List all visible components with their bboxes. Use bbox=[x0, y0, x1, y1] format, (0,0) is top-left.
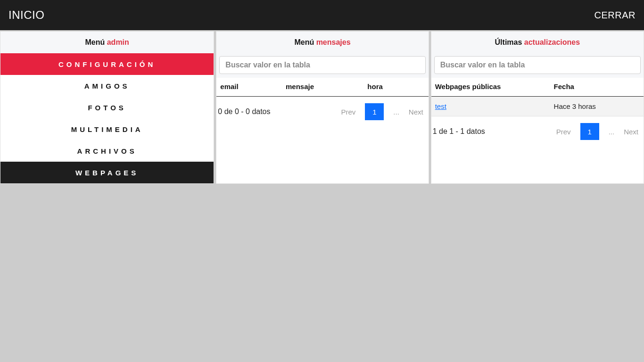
updates-search-wrap bbox=[431, 53, 644, 78]
updates-col-webpages[interactable]: Webpages públicas bbox=[435, 82, 554, 90]
updates-title-prefix: Últimas bbox=[495, 38, 524, 46]
updates-pager-ellipsis: ... bbox=[609, 128, 615, 136]
content: Menú admin CONFIGURACIÓN AMIGOS FOTOS MU… bbox=[0, 30, 644, 184]
messages-pager-prev[interactable]: Prev bbox=[341, 108, 355, 116]
menu-configuracion[interactable]: CONFIGURACIÓN bbox=[0, 53, 214, 75]
updates-pager-next[interactable]: Next bbox=[624, 128, 638, 136]
messages-table-head: email mensaje hora bbox=[216, 78, 428, 97]
updates-table-head: Webpages públicas Fecha bbox=[431, 78, 644, 97]
updates-col-fecha[interactable]: Fecha bbox=[554, 82, 640, 90]
updates-title: Últimas actualizaciones bbox=[431, 32, 644, 53]
messages-title-accent: mensajes bbox=[316, 38, 351, 46]
menu-archivos[interactable]: ARCHIVOS bbox=[0, 140, 214, 162]
messages-title: Menú mensajes bbox=[216, 32, 428, 53]
updates-title-accent: actualizaciones bbox=[524, 38, 580, 46]
menu-webpages[interactable]: WEBPAGES bbox=[0, 162, 214, 183]
updates-footer: 1 de 1 - 1 datos Prev 1 ... Next bbox=[431, 116, 644, 147]
updates-row-fecha: Hace 3 horas bbox=[554, 102, 640, 110]
messages-col-mensaje[interactable]: mensaje bbox=[286, 82, 367, 90]
messages-pager: Prev 1 ... Next bbox=[341, 103, 427, 120]
sidebar-title: Menú admin bbox=[0, 32, 214, 53]
menu-multimedia[interactable]: MULTIMEDIA bbox=[0, 118, 214, 140]
updates-row-link[interactable]: test bbox=[435, 102, 446, 110]
messages-title-prefix: Menú bbox=[294, 38, 316, 46]
updates-panel: Últimas actualizaciones Webpages pública… bbox=[431, 31, 644, 184]
sidebar-title-prefix: Menú bbox=[85, 38, 107, 46]
messages-pager-next[interactable]: Next bbox=[409, 108, 423, 116]
messages-pager-ellipsis: ... bbox=[393, 108, 399, 116]
updates-pager: Prev 1 ... Next bbox=[556, 123, 642, 140]
updates-search-input[interactable] bbox=[434, 56, 641, 74]
messages-pager-current[interactable]: 1 bbox=[365, 103, 384, 120]
messages-search-input[interactable] bbox=[219, 56, 425, 74]
nav-close[interactable]: CERRAR bbox=[594, 10, 636, 21]
topbar: INICIO CERRAR bbox=[0, 0, 644, 30]
updates-row-name: test bbox=[435, 102, 554, 110]
updates-pager-prev[interactable]: Prev bbox=[556, 128, 571, 136]
messages-search-wrap bbox=[216, 53, 428, 78]
sidebar-title-accent: admin bbox=[107, 38, 129, 46]
sidebar-panel: Menú admin CONFIGURACIÓN AMIGOS FOTOS MU… bbox=[0, 31, 214, 184]
menu-fotos[interactable]: FOTOS bbox=[0, 97, 214, 118]
updates-pager-current[interactable]: 1 bbox=[580, 123, 599, 140]
messages-footer: 0 de 0 - 0 datos Prev 1 ... Next bbox=[216, 97, 428, 127]
messages-col-hora[interactable]: hora bbox=[367, 82, 424, 90]
messages-panel: Menú mensajes email mensaje hora 0 de 0 … bbox=[216, 31, 429, 184]
menu-amigos[interactable]: AMIGOS bbox=[0, 75, 214, 97]
messages-count: 0 de 0 - 0 datos bbox=[218, 107, 341, 116]
nav-home[interactable]: INICIO bbox=[8, 8, 44, 22]
updates-count: 1 de 1 - 1 datos bbox=[433, 127, 556, 136]
updates-row: test Hace 3 horas bbox=[431, 97, 644, 116]
messages-col-email[interactable]: email bbox=[220, 82, 286, 90]
